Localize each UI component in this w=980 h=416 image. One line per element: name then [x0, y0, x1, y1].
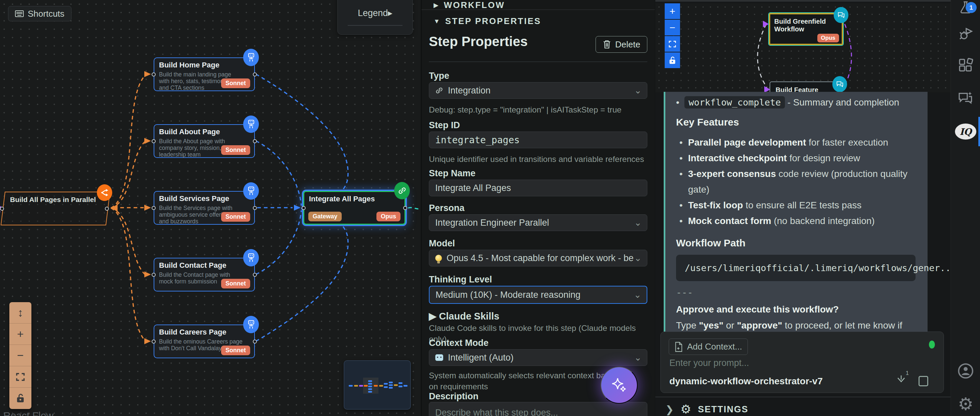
zoom-in-button[interactable]: + — [10, 324, 32, 345]
minimap-node — [389, 382, 393, 383]
node-build-services-page[interactable]: Build Services Page Build the Services p… — [154, 191, 255, 225]
step-properties-panel: ▶ WORKFLOW ▼ STEP PROPERTIES Step Proper… — [421, 0, 655, 416]
minimap[interactable] — [344, 360, 411, 410]
thinking-level-select[interactable]: Medium (10K) - Moderate reasoning ⌄ — [429, 286, 648, 304]
activity-iq-item[interactable]: IQ — [951, 117, 980, 146]
shortcuts-button[interactable]: Shortcuts — [8, 6, 72, 21]
context-mode-value: Intelligent (Auto) — [448, 352, 514, 363]
output-handle[interactable] — [253, 340, 257, 343]
settings-section-header[interactable]: ❯ ⚙ SETTINGS — [665, 402, 748, 416]
node-build-all-pages-parallel[interactable]: Build All Pages in Parallel — [3, 192, 108, 225]
node-integrate-all-pages[interactable]: Integrate All Pages Gateway Opus — [303, 191, 406, 225]
shortcuts-label: Shortcuts — [28, 9, 64, 19]
minimap-node — [368, 383, 372, 384]
scroll-down-indicator[interactable]: 1 — [896, 375, 906, 386]
message-bullet: • workflow_complete - Summary and comple… — [676, 97, 916, 108]
model-select[interactable]: Opus 4.5 - Most capable for complex work… — [429, 250, 648, 267]
input-handle[interactable] — [152, 340, 156, 343]
trash-icon — [603, 40, 611, 49]
auto-layout-button[interactable]: ↕ — [10, 302, 32, 324]
robot-face-icon — [435, 354, 443, 361]
fit-view-icon — [669, 40, 676, 48]
type-select[interactable]: Integration ⌄ — [429, 82, 648, 99]
model-label: Model — [429, 238, 455, 249]
preview-zoom-in-button[interactable]: + — [665, 3, 680, 19]
output-handle[interactable] — [253, 206, 257, 210]
legend-panel[interactable]: Legend▸ — [337, 0, 413, 35]
robot-icon — [243, 249, 259, 267]
description-textarea[interactable]: Describe what this step does... — [429, 402, 648, 416]
preview-node-greenfield[interactable]: Build Greenfield Workflow Opus — [768, 12, 844, 46]
claude-skills-header[interactable]: ▶ Claude Skills — [429, 311, 500, 322]
output-handle[interactable] — [253, 139, 257, 143]
node-build-home-page[interactable]: Build Home Page Build the main landing p… — [154, 57, 255, 91]
divider — [429, 62, 648, 62]
preview-zoom-controls[interactable]: + − — [665, 3, 680, 69]
input-handle[interactable] — [152, 206, 156, 210]
feature-item: Mock contact form (no backend integratio… — [676, 213, 916, 229]
delete-step-button[interactable]: Delete — [595, 36, 648, 53]
context-mode-select[interactable]: Intelligent (Auto) ⌄ — [429, 349, 648, 366]
output-handle[interactable] — [253, 273, 257, 277]
node-build-about-page[interactable]: Build About Page Build the About page wi… — [154, 124, 255, 158]
activity-settings-item[interactable]: ⚙ — [951, 389, 980, 416]
ai-assist-fab[interactable] — [601, 367, 638, 404]
activity-extensions-item[interactable] — [951, 51, 980, 80]
react-flow-attribution: React Flow — [3, 410, 53, 416]
input-handle[interactable] — [152, 73, 156, 76]
description-label: Description — [429, 391, 479, 402]
prompt-input[interactable] — [669, 358, 870, 368]
activity-chat-item[interactable] — [951, 84, 980, 113]
key-features-heading: Key Features — [676, 116, 916, 128]
node-build-contact-page[interactable]: Build Contact Page Build the Contact pag… — [154, 258, 255, 292]
input-handle[interactable] — [0, 206, 4, 211]
persona-select[interactable]: Integration Engineer Parallel ⌄ — [429, 214, 648, 231]
node-build-careers-page[interactable]: Build Careers Page Build the ominous Car… — [154, 324, 255, 358]
canvas-controls[interactable]: ↕ + − — [10, 302, 32, 409]
fit-view-icon — [16, 373, 25, 381]
workflow-canvas[interactable]: Shortcuts Legend▸ Build Home Page Build … — [0, 0, 421, 416]
add-context-button[interactable]: Add Context... — [669, 338, 748, 355]
preview-zoom-out-button[interactable]: − — [665, 20, 680, 35]
minimap-node — [398, 382, 402, 384]
model-badge: Opus — [376, 212, 401, 221]
output-handle[interactable] — [253, 73, 257, 76]
model-badge: Sonnet — [221, 212, 250, 222]
fit-view-button[interactable] — [10, 366, 32, 387]
prompt-card[interactable]: Add Context... dynamic-workflow-orchestr… — [660, 332, 944, 393]
lock-button[interactable] — [10, 387, 32, 409]
node-title: Integrate All Pages — [309, 195, 400, 203]
input-handle[interactable] — [152, 273, 156, 277]
activity-account-item[interactable] — [951, 356, 980, 386]
node-title: Build Greenfield Workflow — [774, 18, 838, 33]
model-badge: Sonnet — [221, 145, 250, 155]
step-properties-section-header[interactable]: ▼ STEP PROPERTIES — [422, 16, 655, 28]
robot-icon — [243, 49, 259, 66]
model-badge: Sonnet — [221, 78, 250, 88]
step-name-field[interactable] — [429, 179, 648, 196]
input-handle[interactable] — [152, 139, 156, 143]
lock-icon — [669, 56, 676, 64]
step-id-field[interactable] — [429, 132, 648, 148]
legend-label[interactable]: Legend▸ — [338, 8, 412, 18]
output-handle[interactable] — [403, 206, 407, 210]
active-item-indicator — [978, 117, 980, 146]
chevron-down-icon: ⌄ — [634, 253, 642, 264]
zoom-out-button[interactable]: − — [10, 345, 32, 366]
minimap-node — [384, 383, 388, 384]
preview-fit-view-button[interactable] — [665, 36, 680, 52]
persona-label: Persona — [429, 203, 465, 213]
workflow-section-header[interactable]: ▶ WORKFLOW — [422, 0, 655, 10]
input-handle[interactable] — [302, 206, 305, 210]
stop-button[interactable] — [918, 376, 928, 386]
workflow-preview-canvas[interactable]: + − Build Greenfield Workflow Opus Build… — [655, 3, 951, 92]
minimap-node — [379, 385, 383, 387]
activity-run-debug-item[interactable] — [951, 19, 980, 49]
step-id-input[interactable] — [435, 135, 641, 146]
chat-bubbles-icon — [832, 76, 847, 92]
arrows-vertical-icon: ↕ — [18, 306, 23, 319]
preview-lock-button[interactable] — [665, 52, 680, 68]
activity-beaker-item[interactable] — [951, 0, 980, 22]
output-handle[interactable] — [105, 206, 109, 211]
step-name-input[interactable] — [435, 183, 641, 193]
